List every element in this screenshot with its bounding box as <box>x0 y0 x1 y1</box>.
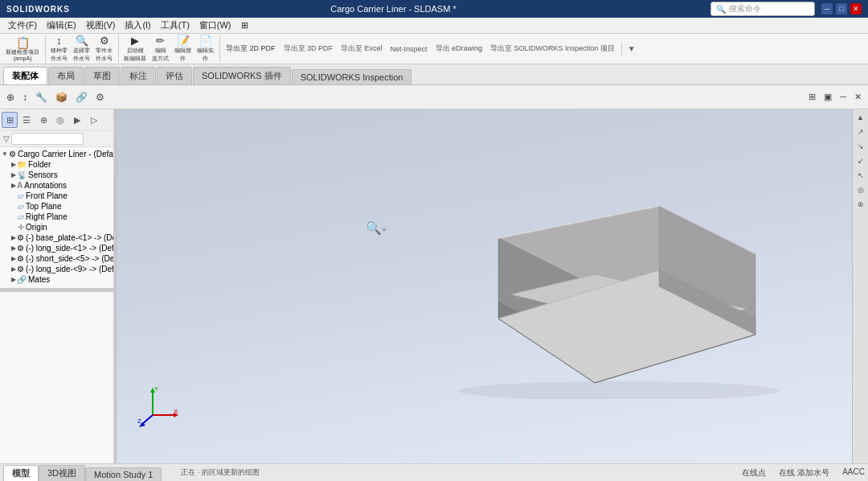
export-swi-button[interactable]: 导出至 SOLIDWORKS Inspection 项目 <box>487 42 618 56</box>
status-tab-motion[interactable]: Motion Study 1 <box>85 467 162 481</box>
toolbar2-icon3[interactable]: 🔧 <box>32 90 51 105</box>
right-panel-btn6[interactable]: ◎ <box>854 183 867 196</box>
mates-label: Mates <box>28 275 50 284</box>
right-panel-btn7[interactable]: ⊕ <box>854 198 867 211</box>
toolbar-expand-button[interactable]: ▼ <box>628 44 636 53</box>
base-plate-icon: ⚙ <box>17 233 24 242</box>
filter-icon: ▽ <box>3 134 10 143</box>
status-right-area: 在线点 在线 添加水号 AACC <box>742 467 865 479</box>
sidebar-icon-list[interactable]: ☰ <box>18 112 35 128</box>
new-icon: 📋 <box>16 36 30 49</box>
tab-markup[interactable]: 标注 <box>121 67 156 84</box>
tab-sw-addins[interactable]: SOLIDWORKS 插件 <box>193 67 291 84</box>
right-panel-btn4[interactable]: ↙ <box>854 154 867 167</box>
tab-swi[interactable]: SOLIDWORKS Inspection <box>292 69 412 84</box>
edit2-icon: 📝 <box>177 35 190 47</box>
move-icon: ↕ <box>56 35 62 47</box>
folder-arrow: ▶ <box>11 161 16 168</box>
sidebar-icon-add[interactable]: ⊕ <box>35 112 51 128</box>
titlebar: SOLIDWORKS Cargo Carrier Liner - SLDASM … <box>0 0 868 18</box>
toolbar2-icon1[interactable]: ⊕ <box>3 90 18 105</box>
edit-direct-button[interactable]: ✏ 编辑直方式 <box>149 35 171 63</box>
select-parts-button[interactable]: 🔍 选择零件水号 <box>71 35 92 63</box>
right-panel-btn1[interactable]: ▲ <box>854 111 867 124</box>
export-excel-button[interactable]: 导出至 Excel <box>338 42 386 56</box>
search-placeholder: 搜索命令 <box>729 3 761 14</box>
view-icon2[interactable]: ▣ <box>821 90 835 104</box>
sidebar-icon-row: ⊞ ☰ ⊕ ◎ ▶ ▷ <box>0 109 113 131</box>
right-panel-btn3[interactable]: ↘ <box>854 140 867 153</box>
menu-item-more[interactable]: ⊞ <box>236 20 253 31</box>
3d-viewport[interactable]: 🔍+ <box>117 109 852 463</box>
export-2dpdf-button[interactable]: 导出至 2D PDF <box>223 42 279 56</box>
tab-sketch[interactable]: 草图 <box>84 67 120 84</box>
maximize-button[interactable]: □ <box>836 3 847 14</box>
tree-item-mates[interactable]: ▶ 🔗 Mates <box>0 274 113 285</box>
edit-solid-button[interactable]: 📄 编辑实作 <box>194 35 216 63</box>
status-tab-3dview[interactable]: 3D视图 <box>39 465 85 481</box>
status-tab-model[interactable]: 模型 <box>3 465 39 481</box>
toolbar2-icon5[interactable]: 🔗 <box>72 90 91 105</box>
tree-item-long-side-1[interactable]: ▶ ⚙ (-) long_side-<1> -> (Def <box>0 243 113 253</box>
launch-template-button[interactable]: ▶ 启动模板编辑器 <box>121 35 149 63</box>
menu-item-insert[interactable]: 插入(I) <box>120 19 155 31</box>
menu-item-edit[interactable]: 编辑(E) <box>42 19 81 31</box>
right-panel-btn2[interactable]: ↗ <box>854 125 867 138</box>
tree-item-root[interactable]: ▼ ⚙ Cargo Carrier Liner - (Default <box>0 149 113 159</box>
view-icon1[interactable]: ⊞ <box>805 90 819 104</box>
toolbar2-icon2[interactable]: ↕ <box>19 90 31 105</box>
move-parts-button[interactable]: ↕ 移种零件水号 <box>48 35 70 63</box>
tree-item-base-plate[interactable]: ▶ ⚙ (-) base_plate-<1> -> (De <box>0 232 113 243</box>
edit-mode-button[interactable]: 📝 编辑摆作 <box>172 35 194 63</box>
tree-item-annotations[interactable]: ▶ A Annotations <box>0 180 113 191</box>
tree-item-origin[interactable]: ✛ Origin <box>0 222 113 232</box>
short-side-arrow: ▶ <box>11 255 16 262</box>
view-icon4[interactable]: ✕ <box>851 90 865 104</box>
net-inspect-button[interactable]: Net-Inspect <box>387 43 431 55</box>
tree-resize-handle[interactable] <box>0 288 113 292</box>
right-panel-btn5[interactable]: ↖ <box>854 169 867 182</box>
export-edrawing-button[interactable]: 导出 eDrawing <box>432 42 486 56</box>
tree-item-long-side-9[interactable]: ▶ ⚙ (-) long_side-<9> -> (Def <box>0 264 113 274</box>
tab-layout[interactable]: 布局 <box>48 67 84 84</box>
sidebar-icon-more[interactable]: ▷ <box>86 112 102 128</box>
menu-item-window[interactable]: 窗口(W) <box>194 19 236 31</box>
svg-text:Y: Y <box>154 385 159 393</box>
menu-item-view[interactable]: 视图(V) <box>81 19 121 31</box>
right-plane-icon: ▱ <box>18 212 24 221</box>
sidebar-icon-tree[interactable]: ⊞ <box>2 112 18 128</box>
tree-item-top-plane[interactable]: ▱ Top Plane <box>0 201 113 212</box>
close-button[interactable]: ✕ <box>850 3 862 14</box>
status-online-point: 在线点 <box>742 467 766 479</box>
tab-evaluate[interactable]: 评估 <box>157 67 192 84</box>
minimize-button[interactable]: ─ <box>821 3 833 14</box>
part-water-button[interactable]: ⚙ 零件水件水号 <box>93 35 115 63</box>
view-icon3[interactable]: ─ <box>837 90 850 104</box>
folder-icon: 📁 <box>17 160 27 169</box>
toolbar2-icon6[interactable]: ⚙ <box>92 90 108 105</box>
menu-item-tools[interactable]: 工具(T) <box>156 19 194 31</box>
right-plane-label: Right Plane <box>26 212 68 221</box>
title-search[interactable]: 🔍 搜索命令 <box>710 2 815 16</box>
tree-item-right-plane[interactable]: ▱ Right Plane <box>0 212 113 222</box>
sidebar-icon-circle[interactable]: ◎ <box>52 112 68 128</box>
main-area: ⊞ ☰ ⊕ ◎ ▶ ▷ ▽ ▼ ⚙ Cargo Carrier Liner - … <box>0 109 868 463</box>
new-inspection-button[interactable]: 📋 新建检查项目(ampA) <box>3 35 42 63</box>
short-side-icon: ⚙ <box>17 254 24 263</box>
assembly-icon: ⚙ <box>9 150 16 158</box>
svg-point-0 <box>458 381 780 399</box>
short-side-label: (-) short_side-<5> -> (De <box>26 254 113 263</box>
sidebar-icon-play[interactable]: ▶ <box>69 112 85 128</box>
window-title: Cargo Carrier Liner - SLDASM * <box>76 4 710 14</box>
base-plate-label: (-) base_plate-<1> -> (De <box>26 233 113 242</box>
menu-item-file[interactable]: 文件(F) <box>3 19 42 31</box>
feature-tree: ▼ ⚙ Cargo Carrier Liner - (Default ▶ 📁 F… <box>0 147 113 463</box>
sidebar-search-input[interactable] <box>11 133 84 145</box>
tree-item-folder[interactable]: ▶ 📁 Folder <box>0 159 113 170</box>
tree-item-short-side[interactable]: ▶ ⚙ (-) short_side-<5> -> (De <box>0 253 113 264</box>
toolbar2-icon4[interactable]: 📦 <box>52 90 71 105</box>
tree-item-front-plane[interactable]: ▱ Front Plane <box>0 191 113 201</box>
tree-item-sensors[interactable]: ▶ 📡 Sensors <box>0 170 113 180</box>
tab-assembly[interactable]: 装配体 <box>3 67 47 84</box>
export-3dpdf-button[interactable]: 导出至 3D PDF <box>280 42 337 56</box>
